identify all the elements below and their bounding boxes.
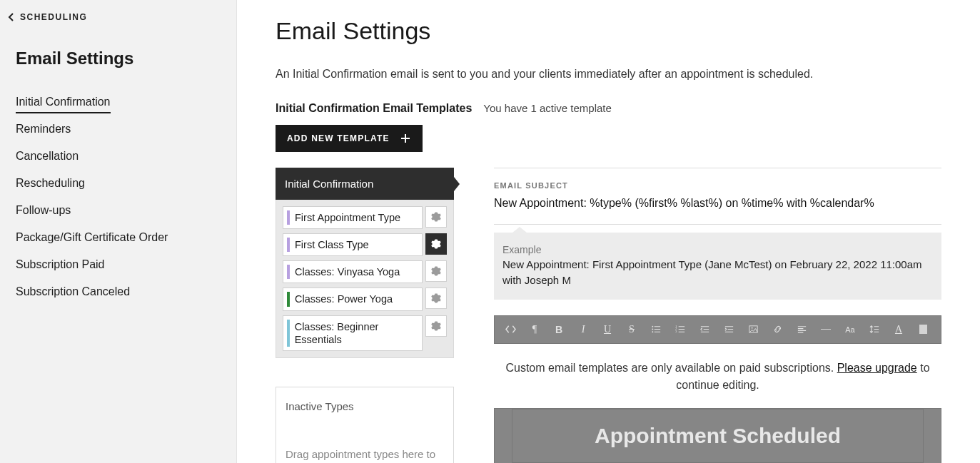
text-color-icon[interactable]: A <box>887 318 910 341</box>
page-title: Email Settings <box>276 17 941 45</box>
color-bar <box>287 238 290 252</box>
svg-point-0 <box>652 326 653 327</box>
gear-button[interactable] <box>425 233 447 255</box>
gear-icon <box>431 266 441 276</box>
add-new-template-button[interactable]: ADD NEW TEMPLATE <box>276 125 423 152</box>
type-row: Classes: Beginner Essentials <box>283 315 447 351</box>
underline-icon[interactable]: U <box>596 318 619 341</box>
section-title: Initial Confirmation Email Templates <box>276 102 472 115</box>
line-height-icon[interactable] <box>863 318 886 341</box>
template-type-list: First Appointment Type First Class Type <box>276 200 454 358</box>
image-icon[interactable] <box>742 318 764 341</box>
editor-toolbar: ¶ B I U S 123 Aa A <box>494 315 941 344</box>
sidebar-title: Email Settings <box>16 49 221 68</box>
subject-block: EMAIL SUBJECT New Appointment: %type% (%… <box>494 168 941 225</box>
type-first-appointment[interactable]: First Appointment Type <box>283 206 423 229</box>
nav-rescheduling[interactable]: Rescheduling <box>16 170 221 197</box>
gear-button[interactable] <box>425 315 447 337</box>
subject-value[interactable]: New Appointment: %type% (%first% %last%)… <box>494 197 941 210</box>
active-template-count: You have 1 active template <box>483 102 612 114</box>
gear-button[interactable] <box>425 288 447 309</box>
nav-subscription-canceled[interactable]: Subscription Canceled <box>16 278 221 305</box>
add-template-label: ADD NEW TEMPLATE <box>287 133 390 143</box>
subject-label: EMAIL SUBJECT <box>494 181 941 190</box>
color-bar <box>287 210 290 225</box>
template-header[interactable]: Initial Confirmation <box>276 168 454 200</box>
sidebar-nav: Initial Confirmation Reminders Cancellat… <box>16 88 221 305</box>
section-header: Initial Confirmation Email Templates You… <box>276 102 941 115</box>
example-text: New Appointment: First Appointment Type … <box>502 257 933 288</box>
upgrade-link[interactable]: Please upgrade <box>837 362 917 374</box>
gear-icon <box>431 212 441 222</box>
type-row: Classes: Power Yoga <box>283 288 447 310</box>
unordered-list-icon[interactable] <box>645 318 667 341</box>
type-first-class[interactable]: First Class Type <box>283 233 423 256</box>
nav-initial-confirmation[interactable]: Initial Confirmation <box>16 88 221 116</box>
code-view-icon[interactable] <box>499 318 522 341</box>
strikethrough-icon[interactable]: S <box>620 318 643 341</box>
type-row: First Class Type <box>283 233 447 256</box>
back-link[interactable]: SCHEDULING <box>6 11 221 23</box>
nav-subscription-paid[interactable]: Subscription Paid <box>16 251 221 278</box>
nav-follow-ups[interactable]: Follow-ups <box>16 197 221 224</box>
main-content: Email Settings An Initial Confirmation e… <box>237 0 980 463</box>
gear-button[interactable] <box>425 206 447 228</box>
svg-point-2 <box>652 331 653 332</box>
outdent-icon[interactable] <box>693 318 716 341</box>
align-icon[interactable] <box>790 318 813 341</box>
preview-title: Appointment Scheduled <box>512 409 924 462</box>
nav-cancellation[interactable]: Cancellation <box>16 143 221 170</box>
type-row: Classes: Vinyasa Yoga <box>283 260 447 283</box>
email-body-preview: Appointment Scheduled for %first% %last% <box>494 408 941 464</box>
indent-icon[interactable] <box>717 318 740 341</box>
gear-icon <box>431 239 441 249</box>
type-beginner-essentials[interactable]: Classes: Beginner Essentials <box>283 315 423 351</box>
italic-icon[interactable]: I <box>572 318 595 341</box>
page-intro: An Initial Confirmation email is sent to… <box>276 68 941 81</box>
back-label: SCHEDULING <box>20 12 87 22</box>
example-box: Example New Appointment: First Appointme… <box>494 233 941 300</box>
upgrade-message: Custom email templates are only availabl… <box>497 360 939 394</box>
type-power-yoga[interactable]: Classes: Power Yoga <box>283 288 423 310</box>
svg-point-1 <box>652 329 653 330</box>
link-icon[interactable] <box>766 318 789 341</box>
ordered-list-icon[interactable]: 123 <box>669 318 692 341</box>
svg-point-7 <box>751 327 752 329</box>
type-row: First Appointment Type <box>283 206 447 229</box>
type-vinyasa-yoga[interactable]: Classes: Vinyasa Yoga <box>283 260 423 283</box>
background-color-icon[interactable] <box>911 318 934 341</box>
nav-package-gift[interactable]: Package/Gift Certificate Order <box>16 224 221 251</box>
gear-button[interactable] <box>425 260 447 282</box>
inactive-types-box[interactable]: Inactive Types Drag appointment types he… <box>276 387 454 463</box>
gear-icon <box>431 321 441 331</box>
editor-column: EMAIL SUBJECT New Appointment: %type% (%… <box>494 168 941 463</box>
color-bar <box>287 320 290 347</box>
horizontal-rule-icon[interactable] <box>814 318 837 341</box>
text-size-icon[interactable]: Aa <box>839 318 862 341</box>
chevron-left-icon <box>6 11 17 23</box>
example-label: Example <box>502 244 933 255</box>
template-column: Initial Confirmation First Appointment T… <box>276 168 454 463</box>
color-bar <box>287 265 290 279</box>
paragraph-icon[interactable]: ¶ <box>523 318 546 341</box>
plus-icon <box>400 133 411 144</box>
color-bar <box>287 292 290 306</box>
inactive-hint: Drag appointment types here to make them… <box>286 447 444 463</box>
svg-text:3: 3 <box>675 330 677 333</box>
gear-icon <box>431 293 441 303</box>
inactive-title: Inactive Types <box>286 400 444 412</box>
sidebar: SCHEDULING Email Settings Initial Confir… <box>0 0 237 463</box>
nav-reminders[interactable]: Reminders <box>16 116 221 143</box>
bold-icon[interactable]: B <box>547 318 570 341</box>
